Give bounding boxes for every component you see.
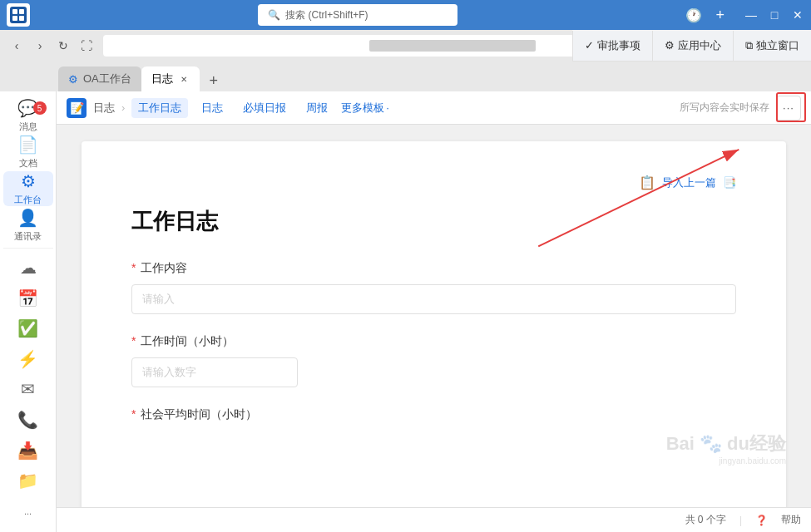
- doc-area[interactable]: 📋 导入上一篇 📑 工作日志 * 工作内容 请输入: [57, 125, 811, 507]
- standalone-label: 独立窗口: [756, 38, 799, 53]
- window-controls: — □ ✕: [744, 8, 804, 22]
- title-bar: 🔍 搜索 (Ctrl+Shift+F) 🕐 + — □ ✕: [0, 0, 811, 30]
- tab-close-button[interactable]: ✕: [178, 73, 190, 85]
- workbench-icon: ⚙: [21, 171, 36, 191]
- standalone-nav[interactable]: ⧉ 独立窗口: [733, 31, 811, 61]
- template-weekly[interactable]: 周报: [299, 98, 334, 118]
- close-button[interactable]: ✕: [791, 8, 804, 22]
- tab-bar: ⚙ OA工作台 日志 ✕ +: [0, 62, 811, 91]
- oa-tab-icon: ⚙: [68, 73, 78, 86]
- url-content: [369, 40, 536, 52]
- sidebar-item-tasks[interactable]: ✅: [3, 314, 53, 343]
- template-daily[interactable]: 必填日报: [236, 98, 293, 118]
- work-hours-input[interactable]: 请输入数字: [131, 357, 298, 387]
- svg-rect-2: [19, 9, 24, 14]
- audit-label: 审批事项: [597, 38, 640, 53]
- audit-nav[interactable]: ✓ 审批事项: [572, 31, 652, 61]
- phone-icon: 📞: [17, 410, 38, 430]
- work-hours-label: * 工作时间（小时）: [131, 334, 736, 349]
- title-bar-right: 🕐 + — □ ✕: [685, 7, 804, 24]
- field-work-content: * 工作内容 请输入: [131, 261, 736, 314]
- content-area: 📝 日志 › 工作日志 日志 必填日报 周报 更多模板 · 所写内容会实时保存 …: [57, 91, 811, 532]
- save-hint: 所写内容会实时保存: [680, 101, 769, 115]
- title-bar-left: [7, 3, 30, 27]
- field-avg-time: * 社会平均时间（小时）: [131, 407, 736, 422]
- sidebar-item-inbox[interactable]: 📥: [3, 436, 53, 465]
- search-icon: 🔍: [268, 9, 280, 21]
- sidebar: 💬 消息 5 📄 文档 ⚙ 工作台 👤 通讯录 ☁ 📅 ✅ ⚡ ✉: [0, 91, 57, 532]
- bottom-bar: 共 0 个字 | ❓ 帮助: [57, 507, 811, 532]
- template-work-diary[interactable]: 工作日志: [131, 98, 188, 118]
- sidebar-item-messages[interactable]: 💬 消息 5: [3, 98, 53, 133]
- sidebar-item-flash[interactable]: ⚡: [3, 344, 53, 373]
- required-star-2: *: [131, 334, 136, 347]
- fullscreen-button[interactable]: ⛶: [77, 36, 96, 56]
- new-tab-button[interactable]: +: [203, 70, 225, 91]
- contacts-icon: 👤: [17, 208, 38, 228]
- forward-button[interactable]: ›: [30, 36, 50, 56]
- tab-oa[interactable]: ⚙ OA工作台: [58, 66, 141, 91]
- mail-icon: ✉: [21, 379, 35, 399]
- main-layout: 💬 消息 5 📄 文档 ⚙ 工作台 👤 通讯录 ☁ 📅 ✅ ⚡ ✉: [0, 91, 811, 532]
- field-work-hours: * 工作时间（小时） 请输入数字: [131, 334, 736, 387]
- sidebar-more-button[interactable]: ...: [3, 496, 53, 525]
- import-extra-icon: 📑: [723, 176, 736, 189]
- avg-time-label: * 社会平均时间（小时）: [131, 407, 736, 422]
- sidebar-item-calendar[interactable]: 📅: [3, 283, 53, 313]
- tasks-icon: ✅: [17, 318, 38, 338]
- messages-badge: 5: [33, 101, 47, 115]
- template-more-button[interactable]: 更多模板 ·: [341, 101, 389, 116]
- new-tab-icon[interactable]: +: [715, 7, 724, 24]
- more-template-label: 更多模板: [341, 101, 384, 116]
- help-icon: ❓: [755, 515, 768, 526]
- docs-icon: 📄: [17, 135, 38, 155]
- import-icon: 📋: [639, 175, 655, 190]
- standalone-icon: ⧉: [745, 39, 753, 52]
- appstore-icon: ⚙: [665, 39, 675, 52]
- work-content-label: * 工作内容: [131, 261, 736, 276]
- more-btn-label: ···: [783, 101, 794, 114]
- required-star-1: *: [131, 261, 136, 274]
- more-label: ...: [24, 506, 32, 516]
- import-label[interactable]: 导入上一篇: [662, 175, 716, 190]
- svg-rect-0: [10, 7, 27, 23]
- history-icon[interactable]: 🕐: [685, 7, 702, 23]
- folder-icon: 📁: [17, 470, 38, 490]
- back-button[interactable]: ‹: [7, 36, 27, 56]
- sidebar-item-docs[interactable]: 📄 文档: [3, 135, 53, 170]
- refresh-button[interactable]: ↻: [53, 36, 73, 56]
- diary-tab-label: 日志: [151, 71, 173, 86]
- more-options-button[interactable]: ···: [776, 96, 801, 121]
- doc-title: 工作日志: [131, 207, 736, 236]
- svg-rect-1: [12, 9, 17, 14]
- tab-diary[interactable]: 日志 ✕: [141, 66, 200, 91]
- audit-icon: ✓: [585, 39, 594, 52]
- help-divider: |: [739, 515, 742, 526]
- required-star-3: *: [131, 407, 136, 421]
- sidebar-item-phone[interactable]: 📞: [3, 406, 53, 435]
- search-bar[interactable]: 🔍 搜索 (Ctrl+Shift+F): [258, 4, 457, 26]
- template-bar: 📝 日志 › 工作日志 日志 必填日报 周报 更多模板 · 所写内容会实时保存 …: [57, 91, 811, 125]
- maximize-button[interactable]: □: [768, 8, 781, 22]
- svg-rect-3: [12, 16, 17, 21]
- sidebar-item-mail[interactable]: ✉: [3, 375, 53, 404]
- more-dot: ·: [386, 101, 389, 114]
- minimize-button[interactable]: —: [744, 8, 758, 22]
- top-utility-bar: ✓ 审批事项 ⚙ 应用中心 ⧉ 独立窗口: [572, 30, 811, 62]
- sidebar-item-cloud[interactable]: ☁: [3, 254, 53, 283]
- appstore-nav[interactable]: ⚙ 应用中心: [652, 31, 733, 61]
- appstore-label: 应用中心: [678, 38, 721, 53]
- help-label[interactable]: 帮助: [781, 513, 801, 527]
- breadcrumb-sep: ›: [121, 101, 125, 114]
- diary-icon: 📝: [67, 98, 87, 118]
- docs-label: 文档: [19, 157, 37, 170]
- template-diary[interactable]: 日志: [195, 98, 230, 118]
- search-placeholder: 搜索 (Ctrl+Shift+F): [285, 8, 368, 22]
- calendar-icon: 📅: [17, 288, 38, 308]
- app-icon: [7, 3, 30, 27]
- sidebar-item-workbench[interactable]: ⚙ 工作台: [3, 171, 53, 206]
- sidebar-item-folder[interactable]: 📁: [3, 466, 53, 495]
- flash-icon: ⚡: [17, 349, 38, 369]
- svg-rect-4: [19, 16, 24, 21]
- sidebar-item-contacts[interactable]: 👤 通讯录: [3, 208, 53, 243]
